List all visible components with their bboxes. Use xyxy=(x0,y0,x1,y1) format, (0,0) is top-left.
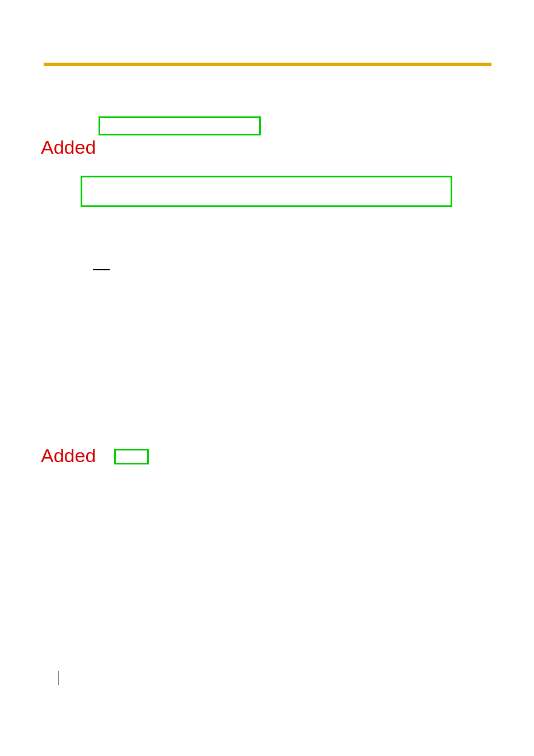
highlight-box-3 xyxy=(114,449,149,464)
added-label-1: Added xyxy=(41,137,96,158)
page: Added Added xyxy=(0,0,534,756)
caret-line xyxy=(58,671,59,685)
highlight-box-2 xyxy=(81,176,452,207)
short-rule xyxy=(93,269,110,270)
added-label-2: Added xyxy=(41,445,96,467)
highlight-box-1 xyxy=(99,116,261,135)
horizontal-rule-gold xyxy=(44,63,491,66)
